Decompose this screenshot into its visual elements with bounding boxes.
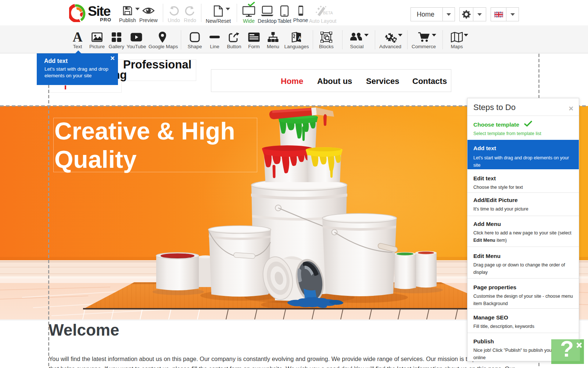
svg-text:A: A [298,35,302,41]
